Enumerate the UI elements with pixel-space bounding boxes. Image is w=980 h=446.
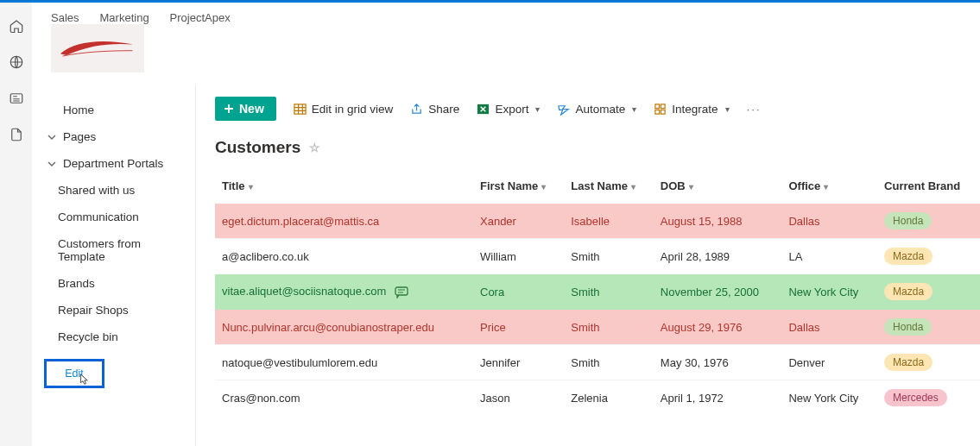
cell-title[interactable]: Nunc.pulvinar.arcu@conubianostraper.edu [215, 310, 473, 345]
plus-icon [224, 104, 234, 114]
cell-brand: Mercedes [877, 380, 980, 416]
svg-rect-8 [395, 287, 408, 295]
svg-rect-7 [661, 110, 666, 114]
cell-office: LA [781, 239, 877, 274]
cell-office: Dallas [781, 310, 877, 345]
new-button[interactable]: New [215, 97, 276, 121]
cell-office: Dallas [781, 204, 877, 239]
cell-first-name: Price [473, 310, 564, 345]
cell-office: Denver [781, 345, 877, 380]
table-row[interactable]: natoque@vestibulumlorem.eduJenniferSmith… [215, 345, 980, 380]
nav-shared-with-us[interactable]: Shared with us [32, 177, 195, 204]
cell-brand: Mazda [877, 274, 980, 310]
chevron-down-icon [47, 133, 56, 141]
nav-customers-from-template[interactable]: Customers from Template [32, 230, 195, 270]
page-content: New Edit in grid view Share Export▾ [196, 85, 980, 446]
cell-title[interactable]: natoque@vestibulumlorem.edu [215, 345, 473, 380]
cell-title[interactable]: vitae.aliquet@sociisnatoque.com [215, 274, 473, 310]
globe-icon[interactable] [9, 54, 24, 70]
cell-brand: Honda [877, 310, 980, 345]
home-icon[interactable] [9, 18, 24, 34]
column-current-brand[interactable]: Current Brand [877, 171, 980, 204]
share-button[interactable]: Share [410, 103, 459, 116]
integrate-icon [654, 103, 667, 116]
cell-office: New York City [781, 274, 877, 310]
more-actions-button[interactable]: ··· [747, 103, 762, 116]
nav-recycle-bin[interactable]: Recycle bin [32, 324, 195, 350]
integrate-button[interactable]: Integrate▾ [654, 103, 729, 116]
nav-communication[interactable]: Communication [32, 204, 195, 230]
cell-dob: April 1, 1972 [654, 380, 782, 416]
cell-last-name: Smith [564, 345, 654, 380]
cell-last-name: Zelenia [564, 380, 654, 416]
automate-button[interactable]: Automate▾ [557, 103, 636, 116]
brand-pill: Mazda [884, 283, 933, 300]
cell-last-name: Smith [564, 274, 654, 310]
svg-rect-5 [661, 104, 666, 108]
table-row[interactable]: Cras@non.comJasonZeleniaApril 1, 1972New… [215, 380, 980, 416]
svg-rect-6 [655, 110, 660, 114]
brand-pill: Mazda [884, 248, 933, 265]
nav-pages[interactable]: Pages [32, 123, 195, 150]
column-title[interactable]: Title▾ [215, 171, 473, 204]
list-title: Customers ☆ [215, 131, 980, 171]
brand-pill: Honda [884, 318, 932, 336]
cell-brand: Honda [877, 204, 980, 239]
comment-icon[interactable] [395, 286, 408, 298]
cell-brand: Mazda [877, 345, 980, 380]
cell-first-name: William [473, 239, 564, 274]
customers-table: Title▾ First Name▾ Last Name▾ DOB▾ Offic… [215, 171, 980, 415]
cell-last-name: Isabelle [564, 204, 654, 239]
cell-first-name: Jennifer [473, 345, 564, 380]
cell-dob: August 15, 1988 [654, 204, 782, 239]
brand-pill: Mercedes [884, 389, 947, 406]
cell-title[interactable]: eget.dictum.placerat@mattis.ca [215, 204, 473, 239]
favorite-star-icon[interactable]: ☆ [309, 141, 320, 154]
edit-in-grid-button[interactable]: Edit in grid view [294, 103, 394, 116]
cell-last-name: Smith [564, 239, 654, 274]
share-icon [410, 103, 423, 116]
svg-rect-1 [10, 94, 22, 104]
cell-dob: May 30, 1976 [654, 345, 782, 380]
cell-dob: April 28, 1989 [654, 239, 782, 274]
car-swoosh-icon [59, 35, 136, 61]
cell-brand: Mazda [877, 239, 980, 274]
table-row[interactable]: eget.dictum.placerat@mattis.caXanderIsab… [215, 204, 980, 239]
topnav-item[interactable]: Sales [51, 11, 79, 24]
cell-office: New York City [781, 380, 877, 416]
brand-pill: Mazda [884, 354, 933, 371]
top-nav: Sales Marketing ProjectApex [51, 11, 231, 24]
column-last-name[interactable]: Last Name▾ [564, 171, 654, 204]
nav-edit-button[interactable]: Edit [44, 359, 104, 388]
file-icon[interactable] [9, 127, 24, 142]
nav-home[interactable]: Home [32, 97, 195, 123]
column-dob[interactable]: DOB▾ [654, 171, 782, 204]
svg-rect-2 [294, 104, 306, 113]
quick-launch: Home Pages Department Portals Shared wit… [32, 85, 196, 446]
column-office[interactable]: Office▾ [781, 171, 877, 204]
automate-icon [557, 103, 570, 116]
news-icon[interactable] [9, 91, 24, 106]
column-first-name[interactable]: First Name▾ [473, 171, 564, 204]
cell-title[interactable]: a@aclibero.co.uk [215, 239, 473, 274]
nav-department-portals[interactable]: Department Portals [32, 150, 195, 177]
command-bar: New Edit in grid view Share Export▾ [215, 93, 980, 131]
cell-last-name: Smith [564, 310, 654, 345]
svg-rect-4 [655, 104, 660, 108]
grid-icon [294, 103, 307, 116]
cell-first-name: Xander [473, 204, 564, 239]
export-button[interactable]: Export▾ [477, 103, 540, 116]
cell-dob: November 25, 2000 [654, 274, 782, 310]
nav-repair-shops[interactable]: Repair Shops [32, 297, 195, 324]
cell-first-name: Cora [473, 274, 564, 310]
topnav-item[interactable]: Marketing [100, 11, 149, 24]
table-row[interactable]: vitae.aliquet@sociisnatoque.comCoraSmith… [215, 274, 980, 310]
cell-title[interactable]: Cras@non.com [215, 380, 473, 416]
table-row[interactable]: Nunc.pulvinar.arcu@conubianostraper.eduP… [215, 310, 980, 345]
topnav-item[interactable]: ProjectApex [170, 11, 231, 24]
cursor-icon [77, 374, 89, 386]
app-rail [0, 3, 32, 446]
site-logo[interactable] [51, 24, 144, 72]
table-row[interactable]: a@aclibero.co.ukWilliamSmithApril 28, 19… [215, 239, 980, 274]
nav-brands[interactable]: Brands [32, 270, 195, 297]
